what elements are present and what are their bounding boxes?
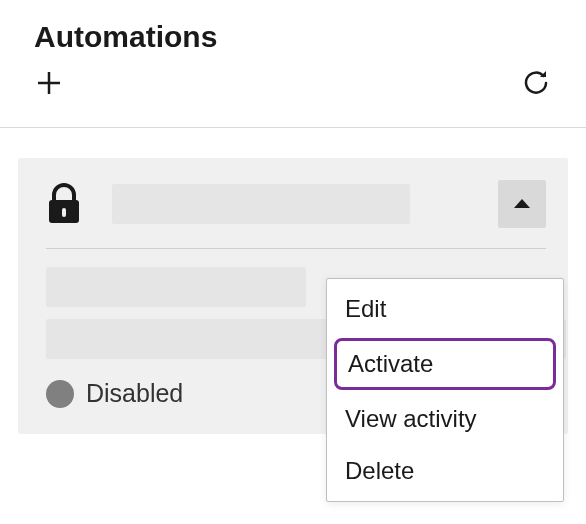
svg-rect-3 [62,208,66,217]
toolbar [0,68,586,127]
menu-item-delete[interactable]: Delete [327,445,563,497]
chevron-up-icon [513,197,531,212]
menu-item-view-activity[interactable]: View activity [327,393,563,445]
plus-icon [36,70,62,99]
detail-placeholder [46,267,306,307]
actions-dropdown-toggle[interactable] [498,180,546,228]
menu-item-activate[interactable]: Activate [334,338,556,390]
actions-dropdown-menu: Edit Activate View activity Delete [326,278,564,502]
page-title: Automations [34,20,552,54]
refresh-button[interactable] [522,68,552,101]
menu-item-edit[interactable]: Edit [327,283,563,335]
automation-name-placeholder [112,184,410,224]
status-label: Disabled [86,379,183,408]
lock-icon [46,183,82,225]
refresh-icon [522,68,552,101]
add-button[interactable] [36,70,62,99]
status-dot-icon [46,380,74,408]
